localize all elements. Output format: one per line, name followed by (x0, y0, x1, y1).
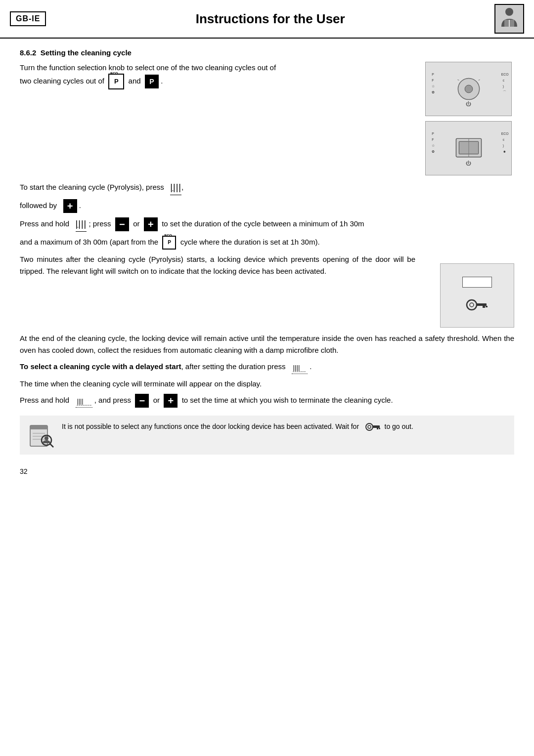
svg-text:): ) (503, 144, 504, 148)
intro-text-col: Turn the function selection knob to sele… (20, 62, 415, 175)
two-min-para: Two minutes after the cleaning cycle (Py… (20, 253, 415, 277)
pyrolysis-start-para: To start the cleaning cycle (Pyrolysis),… (20, 180, 514, 195)
svg-text:✿: ✿ (432, 150, 435, 153)
svg-text:⌒: ⌒ (503, 90, 506, 94)
svg-point-31 (470, 303, 474, 307)
eco-p-icon-2: ECOP (162, 236, 176, 250)
svg-text:): ) (503, 84, 504, 88)
svg-point-30 (467, 300, 477, 310)
svg-rect-40 (30, 425, 47, 429)
svg-text:||||: |||| (77, 398, 83, 405)
svg-text:⏻: ⏻ (466, 160, 471, 166)
svg-text:c: c (503, 79, 505, 82)
note-icon (28, 421, 55, 449)
svg-text:c: c (503, 138, 505, 141)
lock-panel-image (440, 263, 514, 328)
end-cycle-para: At the end of the cleaning cycle, the lo… (20, 333, 514, 356)
terminate-display-para: The time when the cleaning cycle will te… (20, 378, 514, 390)
pyrolysis-icon-2: |||| (76, 217, 87, 232)
svg-text:F: F (432, 138, 434, 141)
svg-point-47 (366, 423, 373, 430)
delayed-start-bold: To select a cleaning cycle with a delaye… (20, 362, 181, 371)
two-min-text: Two minutes after the cleaning cycle (Py… (20, 253, 415, 328)
page-number: 32 (0, 464, 534, 478)
oven-diagram-2: P F ☆ ✿ ECO c ) ☻ ⏻ (425, 121, 512, 175)
svg-rect-51 (379, 428, 380, 429)
region-label: GB-IE (10, 11, 46, 26)
press-hold-2-para: Press and hold |||| , and press − or + t… (20, 394, 514, 408)
svg-text:F: F (432, 79, 434, 82)
oven-diagrams-col: P F ☆ ✿ ECO c ) ⌒ ⏻ (425, 62, 514, 175)
minus-button-2: − (135, 394, 149, 408)
lock-rect (462, 277, 492, 288)
lock-key-symbol (465, 297, 490, 314)
svg-text:||||: |||| (293, 364, 300, 371)
intro-paragraph: Turn the function selection knob to sele… (20, 62, 415, 89)
delayed-icon: |||| (292, 360, 308, 374)
plus-button-2: + (144, 217, 158, 231)
note-box: It is not possible to select any functio… (20, 416, 514, 455)
svg-point-46 (44, 436, 48, 440)
svg-rect-34 (486, 306, 488, 307)
svg-text:☆: ☆ (432, 144, 435, 147)
minus-button-1: − (115, 217, 129, 231)
solid-p-icon: P (145, 75, 159, 88)
svg-text:ECO: ECO (501, 132, 509, 135)
svg-rect-49 (373, 425, 380, 428)
svg-rect-50 (377, 428, 378, 429)
oven-diagram-1: P F ☆ ✿ ECO c ) ⌒ ⏻ (425, 62, 512, 116)
intro-section: Turn the function selection knob to sele… (20, 62, 514, 175)
svg-text:✿: ✿ (432, 90, 435, 94)
max-duration-para: and a maximum of 3h 00m (apart from the … (20, 236, 514, 250)
svg-text:P: P (432, 73, 434, 76)
lock-panel-col (425, 253, 514, 328)
followed-by-para: followed by + . (20, 199, 514, 213)
page-header: GB-IE Instructions for the User (0, 0, 534, 39)
svg-point-0 (505, 8, 513, 16)
note-text: It is not possible to select any functio… (62, 421, 413, 432)
svg-text:☻: ☻ (503, 150, 506, 153)
main-content: 8.6.2 Setting the cleaning cycle Turn th… (0, 39, 534, 464)
svg-text:⏻: ⏻ (466, 101, 471, 107)
press-hold-para: Press and hold |||| ; press − or + to se… (20, 217, 514, 232)
svg-rect-32 (477, 303, 487, 306)
two-min-section: Two minutes after the cleaning cycle (Py… (20, 253, 514, 328)
eco-p-icon: ECOP (108, 74, 124, 89)
header-icon (494, 4, 524, 34)
svg-point-5 (465, 85, 473, 93)
delayed-icon-2: |||| (76, 394, 92, 408)
svg-line-45 (50, 444, 53, 447)
svg-text:ECO: ECO (501, 73, 509, 76)
svg-text:P: P (432, 132, 434, 135)
section-title: 8.6.2 Setting the cleaning cycle (20, 48, 514, 57)
svg-point-48 (368, 425, 371, 428)
svg-text:☆: ☆ (432, 84, 435, 88)
svg-rect-33 (483, 306, 485, 308)
pyrolysis-icon: |||| (170, 180, 181, 195)
plus-button-1: + (63, 199, 77, 213)
delayed-start-cont: , after setting the duration press (181, 362, 286, 371)
delayed-start-para: To select a cleaning cycle with a delaye… (20, 360, 514, 374)
page-title: Instructions for the User (46, 11, 494, 27)
plus-button-3: + (164, 394, 178, 408)
